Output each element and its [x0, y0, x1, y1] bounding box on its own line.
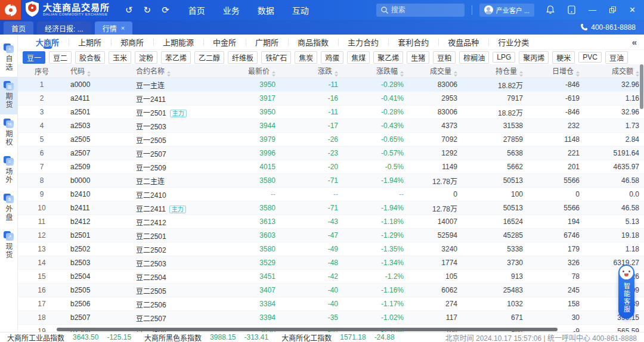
sidebar-item-自选[interactable]: +自选 — [0, 39, 18, 77]
product-tab-LPG[interactable]: LPG — [493, 52, 515, 63]
index-change: -313.41 — [244, 333, 269, 341]
product-tab-铁矿石[interactable]: 铁矿石 — [261, 51, 291, 64]
table-row[interactable]: 11b2412豆二24123613-43-1.18%14007165241945… — [18, 215, 644, 229]
sort-icon[interactable] — [167, 71, 171, 77]
panel-icon[interactable] — [568, 5, 575, 14]
sort-icon[interactable] — [87, 71, 91, 77]
table-row[interactable]: 1a0000豆一主连3950-11-0.28%8300618.82万-84632… — [18, 78, 644, 92]
exchange-tab-上期所[interactable]: 上期所 — [69, 35, 111, 49]
search-input[interactable] — [391, 6, 460, 14]
column-header-oichg[interactable]: 日增仓 — [528, 66, 584, 77]
collapse-icon[interactable]: « — [632, 37, 636, 47]
column-header-chg[interactable]: 涨跌 — [280, 66, 343, 77]
table-row[interactable]: 12b2501豆二25013603-47-1.29%52594452856746… — [18, 229, 644, 242]
product-tab-豆一[interactable]: 豆一 — [23, 51, 45, 64]
cell-name: 豆一2505 — [131, 135, 218, 145]
minimize-button[interactable]: — — [589, 6, 596, 14]
menu-item-3[interactable]: 互动 — [292, 4, 309, 16]
smart-service-widget[interactable]: 智能客服 — [618, 266, 634, 319]
product-tab-胶合板[interactable]: 胶合板 — [75, 51, 105, 64]
user-account-button[interactable]: 产业客户 ... — [479, 4, 534, 17]
sidebar-item-期权[interactable]: %期权 — [0, 114, 18, 152]
sort-icon[interactable] — [636, 71, 639, 77]
table-row[interactable]: 10b2411豆二2411主力3580-71-1.94%12.78万505135… — [18, 201, 644, 215]
table-row[interactable]: 6a2507豆一25073996-23-0.57%129256382215191… — [18, 147, 644, 160]
doc-tab-close-icon[interactable]: × — [121, 24, 125, 32]
product-tab-PVC[interactable]: PVC — [578, 52, 602, 63]
sort-icon[interactable] — [519, 71, 523, 77]
back-icon[interactable]: ↺ — [125, 5, 133, 15]
column-header-pct[interactable]: 涨跌幅 — [343, 66, 408, 77]
product-tab-纤维板[interactable]: 纤维板 — [228, 51, 258, 64]
exchange-tab-上期能源[interactable]: 上期能源 — [153, 35, 203, 49]
doc-tab-1[interactable]: 经济日报: ... — [37, 21, 91, 35]
table-row[interactable]: 17b2506豆二25063384-40-1.17%2741032158.89 — [18, 297, 644, 311]
sort-icon[interactable] — [400, 71, 404, 77]
table-row[interactable]: 3a2501豆一2501主力3950-11-0.28%8300618.82万-8… — [18, 105, 644, 119]
refresh-icon[interactable]: ⟳ — [162, 5, 169, 15]
product-tab-聚乙烯[interactable]: 聚乙烯 — [373, 51, 403, 64]
product-tab-玉米[interactable]: 玉米 — [109, 51, 131, 64]
sort-icon[interactable] — [454, 71, 457, 77]
exchange-tab-商品指数[interactable]: 商品指数 — [288, 35, 338, 49]
table-row[interactable]: 9b2410豆二2410------010000.0 — [18, 188, 644, 201]
menu-item-2[interactable]: 数据 — [258, 4, 274, 16]
product-tab-豆粕[interactable]: 豆粕 — [433, 51, 456, 64]
column-header-turnover[interactable]: 成交额 — [584, 66, 644, 77]
sidebar-item-外盘[interactable]: $外盘 — [0, 189, 18, 227]
notification-bell-icon[interactable] — [546, 5, 555, 14]
table-row[interactable]: 15b2504豆二25043451-42-1.2%10591378.26 — [18, 270, 644, 284]
product-tab-鸡蛋[interactable]: 鸡蛋 — [321, 51, 343, 64]
product-tab-豆二[interactable]: 豆二 — [49, 51, 72, 64]
column-header-name[interactable]: 合约名称 — [131, 66, 218, 77]
doc-tab-2[interactable]: 行情× — [95, 21, 132, 35]
menu-item-0[interactable]: 首页 — [188, 4, 205, 16]
table-row[interactable]: 18b2507豆二25073394-35-1.02%11767130399.15 — [18, 311, 644, 325]
column-header-oi[interactable]: 持仓量 — [462, 66, 528, 77]
column-header-last[interactable]: 最新价 — [218, 66, 280, 77]
search-box[interactable] — [376, 4, 465, 17]
product-tab-苯乙烯[interactable]: 苯乙烯 — [161, 51, 191, 64]
horizontal-scrollbar[interactable] — [57, 328, 558, 331]
doc-tab-0[interactable]: 首页 — [4, 21, 33, 35]
exchange-tab-套利合约[interactable]: 套利合约 — [388, 35, 438, 49]
forward-icon[interactable]: ↻ — [144, 5, 151, 15]
table-row[interactable]: 4a2503豆一25033944-17-0.43%4373315382321.7… — [18, 119, 644, 133]
table-row[interactable]: 16b2505豆二25053407-40-1.16%606225483245.0… — [18, 284, 644, 297]
table-row[interactable]: 2a2411豆一24113917-16-0.41%29537917-6191.1… — [18, 92, 644, 105]
exchange-tab-夜盘品种[interactable]: 夜盘品种 — [438, 35, 488, 49]
product-tab-聚丙烯[interactable]: 聚丙烯 — [519, 51, 549, 64]
menu-item-1[interactable]: 业务 — [223, 4, 240, 16]
sidebar-item-场外[interactable]: ≡场外 — [0, 152, 18, 189]
restore-button[interactable] — [609, 7, 616, 13]
vertical-scrollbar[interactable] — [640, 64, 643, 109]
exchange-tab-郑商所[interactable]: 郑商所 — [111, 35, 153, 49]
product-tab-生猪[interactable]: 生猪 — [407, 51, 429, 64]
product-tab-焦煤[interactable]: 焦煤 — [347, 51, 370, 64]
product-tab-棕榈油[interactable]: 棕榈油 — [459, 51, 489, 64]
product-tab-焦炭[interactable]: 焦炭 — [295, 51, 317, 64]
cell-vol: 1292 — [408, 149, 462, 157]
sort-icon[interactable] — [272, 71, 275, 77]
exchange-tab-中金所[interactable]: 中金所 — [203, 35, 246, 49]
product-tab-粳米[interactable]: 粳米 — [552, 51, 575, 64]
product-tab-豆油[interactable]: 豆油 — [605, 51, 628, 64]
exchange-tab-主力合约[interactable]: 主力合约 — [338, 35, 388, 49]
sort-icon[interactable] — [576, 71, 580, 77]
exchange-tab-行业分类[interactable]: 行业分类 — [488, 35, 538, 49]
column-header-vol[interactable]: 成交量 — [408, 66, 462, 77]
column-header-code[interactable]: 代码 — [66, 66, 131, 77]
table-row[interactable]: 13b2502豆二25023580-49-1.35%324053381791.1… — [18, 242, 644, 256]
sort-icon[interactable] — [335, 71, 338, 77]
table-row[interactable]: 14b2503豆二25033529-48-1.34%17743730326631… — [18, 256, 644, 270]
exchange-tab-广期所[interactable]: 广期所 — [246, 35, 288, 49]
table-row[interactable]: 8b0000豆二主连3580-71-1.94%12.78万50513556646… — [18, 174, 644, 188]
close-button[interactable]: ✕ — [629, 6, 636, 14]
sidebar-item-期货[interactable]: ▥期货 — [0, 77, 18, 114]
product-tab-淀粉[interactable]: 淀粉 — [135, 51, 157, 64]
table-row[interactable]: 7a2509豆一25094015-20-0.5%114956622014635.… — [18, 160, 644, 174]
sidebar-item-现货[interactable]: ↗现货 — [0, 227, 18, 265]
exchange-tab-大商所[interactable]: 大商所 — [26, 35, 69, 49]
product-tab-乙二醇[interactable]: 乙二醇 — [194, 51, 224, 64]
table-row[interactable]: 5a2505豆一25053979-26-0.65%70922785911482.… — [18, 133, 644, 147]
